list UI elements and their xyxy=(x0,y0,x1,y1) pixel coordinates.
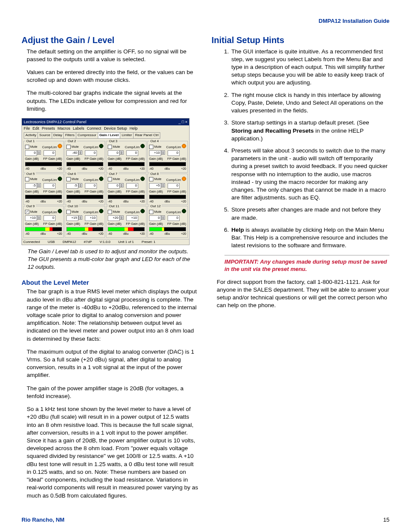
gain-field[interactable]: +10▲▼ xyxy=(25,215,41,221)
output-label: Out 4 xyxy=(149,139,160,144)
complim-indicator: Comp/Lim xyxy=(42,177,62,182)
mute-checkbox[interactable]: Mute xyxy=(149,177,162,181)
complim-led-icon xyxy=(140,209,145,213)
fpgain-field[interactable]: 0 xyxy=(126,183,138,189)
output-label: Out 5 xyxy=(25,172,36,177)
tab-gain-level[interactable]: Gain / Level xyxy=(98,132,121,139)
gain-field[interactable]: +15▲▼ xyxy=(66,215,82,221)
complim-indicator: Comp/Lim xyxy=(125,177,145,182)
status-cell: USB xyxy=(48,240,55,245)
hint-item-2: The right mouse click is handy in this i… xyxy=(230,91,389,115)
right-column: Initial Setup Hints The GUI interface is… xyxy=(212,34,389,505)
meter-ticks: -40dBu+20 xyxy=(25,199,62,203)
gain-label: Gain (dB) xyxy=(108,157,121,161)
fpgain-field[interactable]: +10 xyxy=(85,215,97,221)
fpgain-label: FP Gain (dB) xyxy=(126,157,145,161)
status-cell: DMPA12 xyxy=(62,240,76,245)
para-about-1: The bar graph is a true RMS level meter … xyxy=(27,288,199,343)
menu-device-setup[interactable]: Device Setup xyxy=(104,126,127,131)
level-meter xyxy=(149,227,186,231)
output-panel-3: Out 3MuteComp/Lim 0▲▼0Gain (dB)FP Gain (… xyxy=(106,141,146,172)
window-controls[interactable]: _ □ × xyxy=(178,119,187,124)
output-label: Out 6 xyxy=(67,172,77,177)
page-header-title: DMPA12 Installation Guide xyxy=(22,17,389,25)
fpgain-field[interactable]: 0 xyxy=(168,150,180,156)
mute-checkbox[interactable]: Mute xyxy=(25,145,37,149)
mute-checkbox[interactable]: Mute xyxy=(149,145,162,149)
tab-row[interactable]: ActivitySourceDelayFiltersCompressorGain… xyxy=(22,131,189,140)
menu-edit[interactable]: Edit xyxy=(33,126,40,131)
output-label: Out 3 xyxy=(108,139,118,144)
complim-indicator: Comp/Lim xyxy=(125,209,145,215)
level-meter xyxy=(149,195,186,199)
mute-checkbox[interactable]: Mute xyxy=(108,145,120,149)
gain-field[interactable]: +5▲▼ xyxy=(149,183,165,189)
mute-checkbox[interactable]: Mute xyxy=(149,210,162,214)
mute-checkbox[interactable]: Mute xyxy=(66,145,79,149)
fpgain-label: FP Gain (dB) xyxy=(167,157,186,161)
para-support: For direct support from the factory, cal… xyxy=(217,278,389,310)
gain-field[interactable]: -5▲▼ xyxy=(66,183,82,189)
fpgain-field[interactable]: 0 xyxy=(126,150,138,156)
meter-ticks: -40dBu+20 xyxy=(149,232,186,236)
gain-field[interactable]: +10▲▼ xyxy=(149,150,165,156)
complim-indicator: Comp/Lim xyxy=(42,209,62,215)
status-cell: #7dP xyxy=(84,240,92,245)
fpgain-field[interactable]: 0 xyxy=(44,183,56,189)
meter-ticks: -40dBu+20 xyxy=(66,232,103,236)
fpgain-label: FP Gain (dB) xyxy=(43,157,62,161)
output-label: Out 1 xyxy=(25,139,36,144)
fpgain-field[interactable]: 0 xyxy=(44,150,56,156)
fpgain-field[interactable]: +10 xyxy=(126,215,138,221)
output-label: Out 7 xyxy=(108,172,118,177)
gain-field[interactable]: 0▲▼ xyxy=(108,150,124,156)
tab-source[interactable]: Source xyxy=(37,132,52,139)
mute-checkbox[interactable]: Mute xyxy=(66,177,79,181)
app-screenshot: Lectrosonics DMPA12 Control Panel _ □ × … xyxy=(22,118,190,245)
fpgain-label: FP Gain (dB) xyxy=(84,222,103,226)
output-panel-7: Out 7MuteComp/Lim 0▲▼0Gain (dB)FP Gain (… xyxy=(106,174,146,205)
mute-checkbox[interactable]: Mute xyxy=(66,210,79,214)
fpgain-field[interactable]: 0 xyxy=(168,215,180,221)
mute-checkbox[interactable]: Mute xyxy=(108,177,120,181)
complim-indicator: Comp/Lim xyxy=(84,177,103,182)
menu-macros[interactable]: Macros xyxy=(58,126,71,131)
level-meter xyxy=(66,195,103,199)
tab-activity[interactable]: Activity xyxy=(24,132,38,139)
output-label: Out 11 xyxy=(108,204,120,209)
menu-bar[interactable]: FileEditPresetsMacrosLabelsConnectDevice… xyxy=(22,125,189,131)
mute-checkbox[interactable]: Mute xyxy=(25,177,37,181)
menu-file[interactable]: File xyxy=(24,126,30,131)
meter-ticks: -40dBu+20 xyxy=(149,199,186,203)
tab-limiter[interactable]: Limiter xyxy=(120,132,134,139)
gain-field[interactable]: -40▲▼ xyxy=(66,150,82,156)
menu-labels[interactable]: Labels xyxy=(73,126,84,131)
gain-field[interactable]: 0▲▼ xyxy=(25,150,41,156)
mute-checkbox[interactable]: ✓Mute xyxy=(25,210,37,214)
fpgain-field[interactable]: 0 xyxy=(44,215,56,221)
fpgain-field[interactable]: 0 xyxy=(85,183,97,189)
gain-field[interactable]: 0▲▼ xyxy=(108,183,124,189)
complim-led-icon xyxy=(140,177,145,181)
mute-checkbox[interactable]: Mute xyxy=(108,210,120,214)
heading-adjust-gain: Adjust the Gain / Level xyxy=(22,34,199,46)
gain-field[interactable]: 0▲▼ xyxy=(149,215,165,221)
output-panel-4: Out 4MuteComp/Lim +10▲▼0Gain (dB)FP Gain… xyxy=(147,141,188,172)
left-column: Adjust the Gain / Level The default sett… xyxy=(22,34,199,505)
fpgain-field[interactable]: 0 xyxy=(168,183,180,189)
tab-compressor[interactable]: Compressor xyxy=(76,132,98,139)
fpgain-field[interactable]: 0 xyxy=(85,150,97,156)
output-panel-8: Out 8MuteComp/Lim +5▲▼0Gain (dB)FP Gain … xyxy=(147,174,188,205)
gain-field[interactable]: -5▲▼ xyxy=(25,183,41,189)
complim-indicator: Comp/Lim xyxy=(166,144,186,149)
level-meter xyxy=(25,227,62,231)
output-panel-9: Out 9✓MuteComp/Lim +10▲▼0Gain (dB)FP Gai… xyxy=(23,206,64,237)
gain-field[interactable]: +20▲▼ xyxy=(108,215,124,221)
level-meter xyxy=(108,195,145,199)
menu-help[interactable]: Help xyxy=(130,126,138,131)
menu-presets[interactable]: Presets xyxy=(42,126,55,131)
tab-rear-panel-ctrl[interactable]: Rear Panel Ctrl xyxy=(133,132,160,139)
menu-connect[interactable]: Connect xyxy=(87,126,102,131)
tab-delay[interactable]: Delay xyxy=(52,132,64,139)
tab-filters[interactable]: Filters xyxy=(63,132,76,139)
